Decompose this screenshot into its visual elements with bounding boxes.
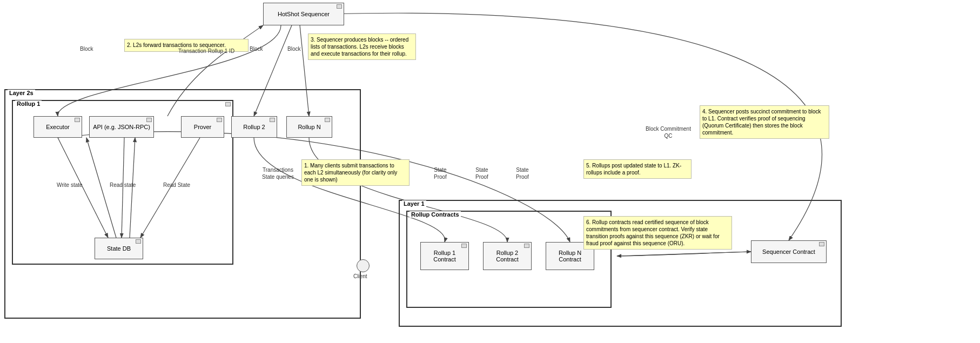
transaction-rollup-label: Transaction Rollup 1 ID [178,48,234,55]
rollup1contract-label: Rollup 1 Contract [433,250,456,263]
note5-text: 5. Rollups post updated state to L1. ZK-… [586,163,681,176]
layer2s-label: Layer 2s [8,90,35,96]
hotshot-sequencer-box: HotShot Sequencer [263,3,344,25]
client-circle [357,259,370,272]
rollupN-box: Rollup N [286,116,332,138]
write-state-label: Write state [57,182,83,188]
hotshot-icon [337,4,342,9]
rollup2contract-box: Rollup 2 Contract [483,242,532,270]
prover-label: Prover [194,124,211,130]
api-label: API (e.g. JSON-RPC) [93,124,150,130]
rollup1contract-box: Rollup 1 Contract [420,242,469,270]
diagram: HotShot Sequencer Layer 2s Rollup 1 Exec… [0,0,980,343]
statedb-icon [136,239,141,244]
statedb-label: State DB [107,245,131,252]
statedb-box: State DB [95,238,143,259]
rollup2contract-icon [524,244,529,248]
block-center-label: Block [250,46,263,52]
block-right-label: Block [287,46,300,52]
rollupNcontract-label: Rollup N Contract [559,250,581,263]
rollup1-label: Rollup 1 [15,100,42,107]
note3-text: 3. Sequencer produces blocks -- ordered … [311,37,408,57]
transactions-queries-label: TransactionsState queries [262,166,294,180]
read-state2-label: Read State [163,182,190,188]
prover-icon [217,118,222,122]
sequencercontract-box: Sequencer Contract [751,240,827,263]
state-proof1-label: StateProof [434,166,447,180]
executor-box: Executor [33,116,82,138]
rollupcontracts-label: Rollup Contracts [410,211,461,218]
state-proof3-label: StateProof [516,166,529,180]
sequencercontract-icon [819,242,824,246]
note1: 1. Many clients submit transactions to e… [301,159,410,186]
rollupN-label: Rollup N [298,124,320,130]
rollup2-label: Rollup 2 [243,124,265,130]
note4-text: 4. Sequencer posts succinct commitment t… [702,109,821,136]
rollup2-icon [270,118,275,122]
rollup2-box: Rollup 2 [231,116,277,138]
layer1-label: Layer 1 [402,200,426,207]
read-state-label: Read state [110,182,136,188]
client-label: Client [353,273,367,279]
rollup1contract-icon [461,244,467,248]
note6: 6. Rollup contracts read certified seque… [583,216,732,250]
state-proof2-label: StateProof [475,166,488,180]
note1-text: 1. Many clients submit transactions to e… [304,163,397,183]
rollup2contract-label: Rollup 2 Contract [496,250,519,263]
api-icon [146,118,152,122]
api-box: API (e.g. JSON-RPC) [89,116,154,138]
rollup1-icon [225,102,231,106]
sequencercontract-label: Sequencer Contract [762,248,815,255]
block-left-label: Block [80,46,93,52]
note5: 5. Rollups post updated state to L1. ZK-… [583,159,692,179]
rollupN-icon [325,118,330,122]
executor-label: Executor [46,124,69,130]
executor-icon [75,118,80,122]
prover-box: Prover [181,116,224,138]
hotshot-label: HotShot Sequencer [278,11,330,17]
note3: 3. Sequencer produces blocks -- ordered … [308,33,416,60]
note4: 4. Sequencer posts succinct commitment t… [700,105,829,139]
note6-text: 6. Rollup contracts read certified seque… [586,219,720,246]
block-commitment-label: Block CommitmentQC [646,125,691,139]
